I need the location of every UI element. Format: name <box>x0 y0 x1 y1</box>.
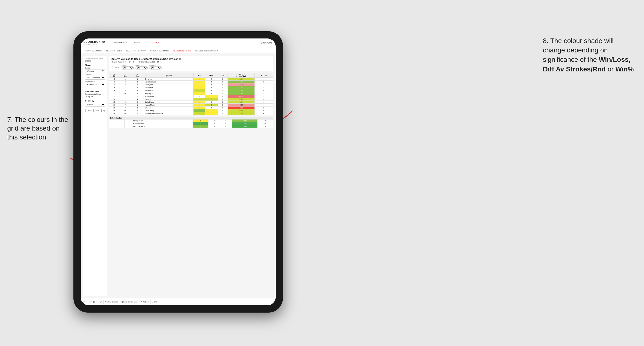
table-cell: 10 <box>109 89 120 92</box>
table-cell: 3.33 <box>228 92 254 95</box>
ood-cell: NCAA Division 2 <box>132 125 192 128</box>
table-cell: 0 <box>218 109 228 112</box>
ood-cell: 1 <box>192 120 208 122</box>
table-cell: Jessica Huang <box>144 95 194 98</box>
toolbar-grid[interactable]: ⊞ <box>93 301 95 303</box>
table-cell: 4 <box>254 89 273 92</box>
filter-conference-select[interactable]: (All) <box>136 66 148 69</box>
share-icon: ↗ <box>152 301 154 303</box>
content-header: Katelyn Vo Head-to-Head Grid for Women's… <box>109 56 273 71</box>
sign-out-button[interactable]: Sign out <box>260 41 273 45</box>
content-title: Katelyn Vo Head-to-Head Grid for Women's… <box>112 58 271 60</box>
opponent-view-title: Opponent view <box>85 90 105 92</box>
toolbar-refresh[interactable]: ↺ <box>100 301 102 303</box>
filter-row: Opponents: Region (All) Conference (All) <box>112 64 271 69</box>
table-cell: 20 <box>109 109 120 112</box>
table-cell: 20 <box>109 112 120 115</box>
table-cell: 4 <box>131 86 144 89</box>
table-cell: Andrea York <box>144 89 194 92</box>
nav-tournaments[interactable]: TOURNAMENTS <box>109 40 128 45</box>
table-cell: Sharon Mun <box>144 86 194 89</box>
ood-cell: 0 <box>208 125 220 128</box>
table-cell: 7 <box>131 112 144 115</box>
radio-top100[interactable]: Top 100 <box>85 96 105 97</box>
toolbar-undo[interactable]: ↩ <box>83 301 85 303</box>
ood-cell <box>109 120 117 122</box>
ood-cell <box>125 125 132 128</box>
subnav-player-summary[interactable]: PLAYER SUMMARY <box>148 49 171 53</box>
subnav-team-h2h-grid[interactable]: TEAM H2H GRID <box>104 49 124 53</box>
ood-cell: 7.400 <box>232 125 258 128</box>
subnav-player-h2h-grid[interactable]: PLAYER H2H GRID <box>171 49 193 53</box>
colour-by-select[interactable]: Win/loss <box>85 103 105 107</box>
table-cell: -3.00 <box>228 95 254 98</box>
colour-circle-down <box>85 109 86 112</box>
table-cell: 2 <box>193 112 205 115</box>
th-diff: Diff AvStrokes/Rnd <box>228 73 254 78</box>
nav-teams[interactable]: TEAMS <box>132 40 141 45</box>
table-cell: 11 <box>120 92 131 95</box>
ood-cell: 0 <box>208 122 220 125</box>
filter-conference-group: Conference (All) <box>136 64 148 69</box>
colour-circle-up <box>101 109 102 112</box>
subnav-team-summary[interactable]: TEAM SUMMARY <box>84 49 104 53</box>
sidebar: Last Updated: 27/03/2024 16:55:38 Player… <box>83 56 107 296</box>
ood-cell: NAIA Division 1 <box>132 122 192 125</box>
toolbar-sep4 <box>150 300 151 304</box>
toolbar-cut[interactable]: ✂ <box>96 301 98 303</box>
filter-opponents-group: Opponents: <box>112 66 120 68</box>
table-row: 1063Andrea York2004.004 <box>109 89 273 92</box>
table-cell: 1 <box>193 101 205 104</box>
table-cell: 0 <box>218 86 228 89</box>
toolbar-share[interactable]: ↗ Share <box>152 301 159 303</box>
filter-opponent-group: Opponent (All) <box>150 64 162 69</box>
table-cell <box>254 104 273 107</box>
toolbar-undo2[interactable]: ↩ <box>90 301 92 303</box>
table-cell <box>254 83 273 86</box>
table-cell: 0 <box>218 104 228 107</box>
toolbar-redo[interactable]: ↪ <box>86 301 88 303</box>
table-cell: 15 <box>109 101 120 104</box>
radio-opponents-played[interactable]: Opponents Played <box>85 93 105 95</box>
colour-label-down: Down <box>88 110 92 112</box>
table-cell: 5 <box>131 101 144 104</box>
table-cell: 3.67 <box>228 86 254 89</box>
table-cell: 0.30 <box>228 109 254 112</box>
table-cell: -5.00 <box>228 107 254 109</box>
table-row: 1832Euna Lee100-5.002 <box>109 107 273 109</box>
player-rank-select[interactable]: 8. Katelyn Vo <box>85 83 105 86</box>
subnav-player-h2h-heatmap[interactable]: PLAYER H2H HEATMAP <box>193 49 220 53</box>
subnav-team-h2h-heatmap[interactable]: TEAM H2H HEATMAP <box>124 49 148 53</box>
table-cell: 1 <box>193 104 205 107</box>
table-cell: 1 <box>131 104 144 107</box>
ood-cell <box>125 120 132 122</box>
table-cell: 0 <box>205 92 218 95</box>
table-cell: 2 <box>205 104 218 107</box>
filter-opponent-select[interactable]: (All) <box>150 66 162 69</box>
table-cell: 0 <box>218 112 228 115</box>
table-cell: 3 <box>254 81 273 83</box>
table-cell: 3 <box>254 86 273 89</box>
ood-cell <box>125 122 132 125</box>
table-cell: 2 <box>254 107 273 109</box>
record-row: Overall Record: 353 - 34 - 6 Division Re… <box>112 61 271 63</box>
annotation-right: 8. The colour shade will change dependin… <box>543 36 634 74</box>
table-cell: 0 <box>205 78 218 81</box>
nav-committee[interactable]: COMMITTEE <box>145 40 160 45</box>
table-cell: 0 <box>218 92 228 95</box>
colour-label-level: Level <box>96 110 100 112</box>
ood-row: NAIA Division 115009.26730 <box>109 122 273 125</box>
logo-sub: Powered by clippd <box>84 43 105 45</box>
toolbar-view-original[interactable]: 👁 View: Original <box>105 301 118 303</box>
gender-select[interactable]: Women's <box>85 69 105 73</box>
radio-group: Opponents Played Top 100 <box>85 93 105 97</box>
filter-region-select[interactable]: (All) <box>122 66 134 69</box>
th-win: Win <box>193 73 205 78</box>
toolbar-watch[interactable]: 👁 Watch ▾ <box>140 301 149 303</box>
th-div: #Div <box>109 73 120 78</box>
player-label: Player <box>85 64 105 66</box>
save-label: Save Custom View <box>123 301 138 303</box>
table-cell: 1 <box>131 95 144 98</box>
division-select[interactable]: NCAA Division III <box>85 76 105 80</box>
toolbar-save-custom[interactable]: 💾 Save Custom View <box>120 301 138 303</box>
